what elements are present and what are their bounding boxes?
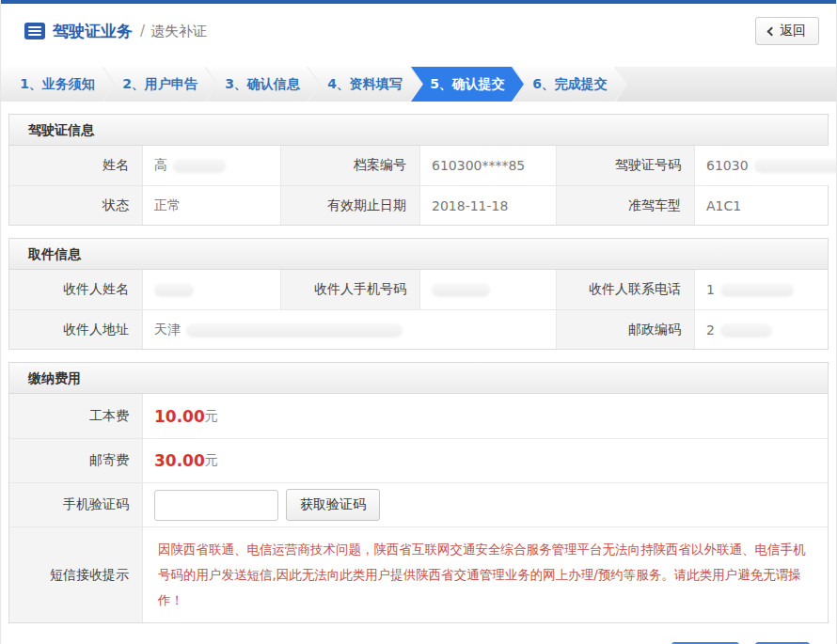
price: 10.00 — [154, 407, 205, 426]
sms-code-input[interactable] — [154, 490, 278, 521]
recipient-name-value — [143, 270, 281, 309]
sms-code-label: 手机验证码 — [9, 482, 143, 526]
postage-fee-label: 邮寄费 — [9, 438, 143, 482]
name-value: 高 — [143, 146, 281, 185]
header: 驾驶证业务 / 遗失补证 返回 — [1, 4, 836, 58]
redaction-blur — [720, 323, 772, 337]
footer-actions: 上一步 完成 — [1, 623, 836, 644]
section-title: 驾驶证信息 — [9, 115, 828, 146]
sms-notice-label: 短信接收提示 — [9, 526, 143, 622]
section-payment: 缴纳费用 工本费 10.00 元 邮寄费 30.00 元 手机验证码 获取验证码… — [8, 362, 829, 623]
price: 30.00 — [154, 451, 205, 470]
currency-unit: 元 — [205, 452, 218, 469]
sms-notice-cell: 因陕西省联通、电信运营商技术问题，陕西省互联网交通安全综合服务管理平台无法向持陕… — [143, 526, 828, 622]
section-title: 取件信息 — [9, 239, 828, 270]
redaction-blur — [754, 159, 837, 172]
recipient-mobile-label: 收件人手机号码 — [281, 270, 420, 309]
recipient-address-value: 天津 — [143, 309, 557, 349]
vehicle-class-value: A1C1 — [695, 185, 828, 225]
redaction-blur — [173, 159, 226, 172]
status-label: 状态 — [9, 185, 143, 225]
section-pickup-info: 取件信息 收件人姓名 收件人手机号码 收件人联系电话 1 收件人地址 天津 邮政… — [8, 238, 829, 350]
license-row-1: 姓名 高 档案编号 610300****85 驾驶证号码 61030 — [9, 146, 828, 185]
file-number-value: 610300****85 — [420, 146, 557, 185]
sms-code-field-cell: 获取验证码 — [143, 482, 828, 526]
sms-code-row: 手机验证码 获取验证码 — [9, 482, 828, 526]
redaction-blur — [720, 283, 794, 296]
recipient-address-label: 收件人地址 — [9, 309, 143, 349]
vehicle-class-label: 准驾车型 — [557, 185, 695, 225]
recipient-tel-value: 1 — [695, 270, 828, 309]
step-5-confirm-submit[interactable]: 5、确认提交 — [411, 67, 524, 102]
step-nav-filler — [616, 67, 836, 102]
section-title: 缴纳费用 — [9, 363, 828, 394]
back-button-label: 返回 — [780, 23, 806, 39]
chevron-left-icon — [767, 26, 777, 36]
step-4-fill-data[interactable]: 4、资料填写 — [308, 67, 421, 102]
pickup-row-2: 收件人地址 天津 邮政编码 2 — [9, 309, 828, 349]
expiry-value: 2018-11-18 — [420, 185, 557, 225]
recipient-name-label: 收件人姓名 — [9, 270, 143, 309]
postage-fee-value: 30.00 元 — [143, 438, 828, 482]
sms-notice-row: 短信接收提示 因陕西省联通、电信运营商技术问题，陕西省互联网交通安全综合服务管理… — [9, 526, 828, 622]
license-number-label: 驾驶证号码 — [557, 146, 695, 185]
license-number-value: 61030 — [695, 146, 837, 185]
redaction-blur — [432, 283, 490, 296]
status-value: 正常 — [143, 185, 281, 225]
breadcrumb-current: 遗失补证 — [150, 23, 207, 40]
step-1-business-notice[interactable]: 1、业务须知 — [1, 67, 114, 102]
step-6-complete-submit[interactable]: 6、完成提交 — [513, 67, 626, 102]
production-fee-label: 工本费 — [9, 394, 143, 438]
get-sms-code-button[interactable]: 获取验证码 — [286, 489, 380, 521]
recipient-tel-label: 收件人联系电话 — [557, 270, 695, 309]
fee-row: 工本费 10.00 元 — [9, 394, 828, 438]
redaction-blur — [154, 283, 194, 296]
recipient-mobile-value — [420, 270, 557, 309]
license-row-2: 状态 正常 有效期止日期 2018-11-18 准驾车型 A1C1 — [9, 185, 828, 225]
currency-unit: 元 — [205, 408, 218, 425]
step-navigation: 1、业务须知 2、用户申告 3、确认信息 4、资料填写 5、确认提交 6、完成提… — [1, 67, 836, 102]
postage-row: 邮寄费 30.00 元 — [9, 438, 828, 482]
zip-code-label: 邮政编码 — [557, 309, 695, 349]
pickup-row-1: 收件人姓名 收件人手机号码 收件人联系电话 1 — [9, 270, 828, 309]
page: 驾驶证业务 / 遗失补证 返回 1、业务须知 2、用户申告 3、确认信息 4、资… — [0, 0, 837, 644]
page-title: 驾驶证业务 — [53, 21, 133, 42]
breadcrumb-separator: / — [140, 23, 145, 39]
name-label: 姓名 — [9, 146, 143, 185]
file-number-label: 档案编号 — [281, 146, 420, 185]
sms-notice-text: 因陕西省联通、电信运营商技术问题，陕西省互联网交通安全综合服务管理平台无法向持陕… — [154, 531, 820, 619]
step-2-user-declaration[interactable]: 2、用户申告 — [103, 67, 216, 102]
zip-code-value: 2 — [695, 309, 828, 349]
production-fee-value: 10.00 元 — [143, 394, 828, 438]
expiry-label: 有效期止日期 — [281, 185, 420, 225]
step-3-confirm-info[interactable]: 3、确认信息 — [206, 67, 319, 102]
redaction-blur — [186, 323, 403, 337]
list-icon — [24, 23, 45, 39]
section-license-info: 驾驶证信息 姓名 高 档案编号 610300****85 驾驶证号码 61030… — [8, 114, 829, 226]
back-button[interactable]: 返回 — [755, 17, 819, 45]
